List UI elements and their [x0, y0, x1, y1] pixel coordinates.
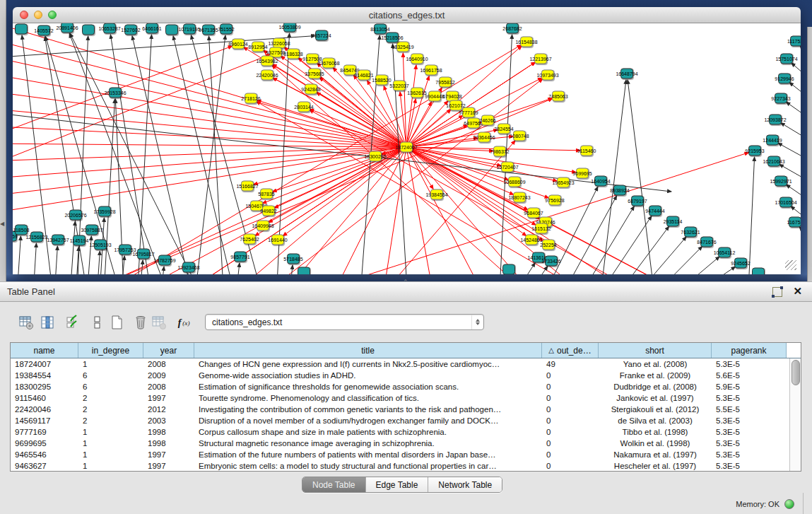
graph-node[interactable]: 1640954: [594, 176, 607, 187]
graph-node[interactable]: 1621072: [449, 100, 462, 111]
graph-node[interactable]: 16210643: [767, 156, 780, 167]
graph-node[interactable]: 16409948: [257, 221, 269, 231]
table-panel-header[interactable]: Table Panel ✕: [0, 281, 812, 302]
column-header-pagerank[interactable]: pagerank: [712, 343, 787, 358]
graph-node[interactable]: [502, 264, 515, 275]
graph-node[interactable]: 6497568: [467, 118, 480, 129]
graph-node[interactable]: 13942757: [52, 235, 64, 245]
graph-node[interactable]: 16640910: [411, 54, 423, 64]
graph-node[interactable]: 9215953: [748, 146, 761, 156]
graph-node[interactable]: [165, 25, 178, 35]
graph-node[interactable]: 7986372: [493, 146, 506, 157]
table-row[interactable]: 1938455462009Genome-wide association stu…: [11, 370, 801, 381]
graph-node[interactable]: 16543982: [261, 56, 273, 66]
graph-node[interactable]: 1527602: [124, 25, 137, 35]
graph-node[interactable]: 7955812: [439, 77, 452, 88]
table-row[interactable]: 2242004622012Investigating the contribut…: [11, 404, 801, 415]
graph-node[interactable]: 15992971: [775, 176, 787, 187]
graph-node[interactable]: 1080748: [513, 131, 526, 141]
graph-node[interactable]: 10688609: [508, 177, 521, 187]
column-header-in_degree[interactable]: in_degree: [78, 343, 143, 358]
graph-node[interactable]: 10973493: [541, 70, 554, 81]
graph-node[interactable]: 16961758: [425, 65, 437, 76]
table-row[interactable]: 1872400712008Changes of HCN gene express…: [11, 358, 801, 370]
graph-node[interactable]: 9245652: [734, 258, 747, 269]
zoom-button[interactable]: [48, 11, 57, 19]
graph-node[interactable]: [298, 267, 310, 275]
graph-node[interactable]: 15751074: [780, 54, 793, 64]
tab-network-table[interactable]: Network Table: [428, 477, 502, 492]
graph-node[interactable]: 2718126: [245, 93, 257, 104]
graph-node[interactable]: 10719195: [183, 24, 196, 35]
graph-node[interactable]: 8938924: [613, 185, 626, 196]
close-button[interactable]: [20, 11, 28, 19]
show-columns-icon[interactable]: [39, 314, 56, 331]
graph-node[interactable]: 9684067: [527, 208, 540, 218]
merge-rows-icon[interactable]: [88, 314, 105, 331]
graph-node[interactable]: 14524861: [525, 235, 538, 245]
graph-node[interactable]: 12505193: [94, 240, 107, 250]
graph-node[interactable]: 9671355: [202, 25, 215, 35]
graph-node[interactable]: 9227343: [775, 93, 787, 104]
graph-node[interactable]: 23676068: [322, 58, 335, 69]
graph-node[interactable]: 16154838: [520, 37, 533, 47]
table-mode-icon[interactable]: [18, 314, 35, 331]
graph-node[interactable]: 1244419: [766, 135, 779, 146]
graph-node[interactable]: 19654923: [557, 177, 570, 188]
table-row[interactable]: 911546021997Tourette syndrome. Phenomeno…: [11, 392, 801, 404]
graph-node[interactable]: 9857791: [234, 252, 247, 262]
graph-node[interactable]: 22420046: [261, 70, 273, 81]
table-row[interactable]: 946554611997Estimation of the future num…: [11, 449, 801, 460]
graph-node[interactable]: 15166827: [241, 181, 254, 192]
graph-node[interactable]: 16795817: [137, 249, 150, 259]
graph-node[interactable]: 18807243: [513, 192, 526, 203]
graph-node[interactable]: 9904448: [428, 91, 441, 102]
graph-node[interactable]: 15720407: [501, 162, 514, 173]
graph-node[interactable]: 20891406: [61, 23, 73, 33]
column-header-name[interactable]: name: [11, 343, 78, 358]
graph-node[interactable]: 5718485: [287, 254, 300, 264]
graph-node[interactable]: 9115460: [580, 146, 593, 156]
graph-node[interactable]: 9756928: [548, 195, 561, 206]
graph-node[interactable]: 3824554: [498, 124, 510, 134]
graph-node[interactable]: 9474444: [649, 206, 661, 216]
function-builder-icon[interactable]: f(x): [177, 314, 194, 331]
column-header-short[interactable]: short: [599, 343, 712, 358]
scrollbar-thumb[interactable]: [792, 360, 800, 385]
graph-node[interactable]: 12213967: [534, 54, 547, 64]
graph-node[interactable]: 2935114: [666, 216, 679, 227]
graph-node[interactable]: 1615132: [535, 223, 548, 234]
graph-node[interactable]: 1405572: [37, 25, 50, 36]
table-selector-dropdown[interactable]: citations_edges.txt: [205, 314, 484, 330]
graph-node[interactable]: 252254: [542, 240, 555, 250]
graph-node[interactable]: 18724007: [400, 142, 413, 153]
float-panel-icon[interactable]: [772, 287, 782, 297]
graph-node[interactable]: 12923468: [182, 262, 195, 273]
delete-table-icon[interactable]: [151, 314, 167, 331]
graph-node[interactable]: 9127508: [306, 54, 319, 64]
graph-node[interactable]: 7632621: [684, 227, 697, 238]
close-panel-icon[interactable]: ✕: [793, 285, 802, 298]
graph-node[interactable]: 1588520: [375, 75, 388, 86]
minimize-button[interactable]: [34, 11, 42, 19]
graph-node[interactable]: [82, 25, 95, 35]
network-view-window[interactable]: citations_edges.txt 18724007896012489129…: [13, 7, 801, 274]
graph-node[interactable]: 6466161: [146, 23, 158, 34]
graph-node[interactable]: 8960124: [232, 39, 245, 49]
graph-node[interactable]: 10653287: [103, 23, 116, 34]
graph-node[interactable]: 1733426: [545, 256, 558, 267]
graph-node[interactable]: 118508: [15, 225, 28, 235]
column-header-year[interactable]: year: [143, 343, 194, 358]
graph-node[interactable]: 12093872: [769, 115, 782, 125]
graph-node[interactable]: 2803144: [298, 102, 310, 112]
graph-node[interactable]: 8186328: [287, 49, 300, 59]
tab-edge-table[interactable]: Edge Table: [366, 477, 429, 492]
graph-node[interactable]: 6879197: [631, 196, 644, 206]
graph-node[interactable]: 19384554: [430, 189, 443, 200]
graph-node[interactable]: 8813054: [374, 24, 387, 35]
graph-node[interactable]: 1145194: [73, 235, 86, 246]
expand-panel-arrow-icon[interactable]: ◀: [0, 221, 4, 227]
column-header-out_de[interactable]: △out_de…: [542, 343, 599, 358]
graph-node[interactable]: 1691440: [271, 235, 284, 245]
graph-node[interactable]: 10654112: [718, 247, 731, 258]
